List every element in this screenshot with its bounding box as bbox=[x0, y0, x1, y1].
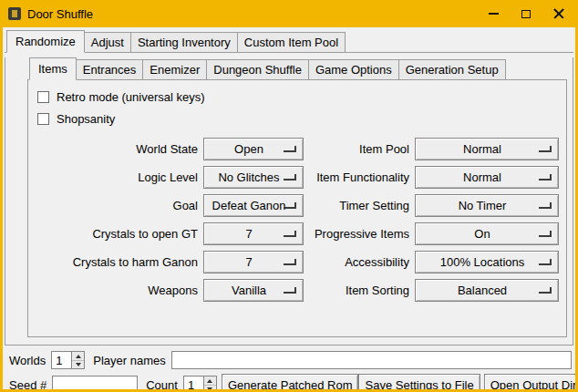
spin-up-button[interactable] bbox=[204, 377, 216, 385]
dropdown-indicator-icon bbox=[539, 287, 552, 294]
progressive-items-label: Progressive Items bbox=[309, 227, 409, 241]
worlds-row: Worlds Player names bbox=[9, 351, 572, 369]
save-settings-button[interactable]: Save Settings to File bbox=[358, 374, 480, 389]
spin-down-button[interactable] bbox=[72, 360, 84, 368]
item-pool-value: Normal bbox=[463, 142, 511, 156]
options-grid: World State Open Item Pool Normal Logic … bbox=[36, 135, 559, 304]
item-sorting-label: Item Sorting bbox=[309, 284, 409, 297]
retro-mode-label: Retro mode (universal keys) bbox=[57, 90, 205, 104]
tab-generation-setup[interactable]: Generation Setup bbox=[398, 59, 506, 79]
item-pool-label: Item Pool bbox=[309, 142, 409, 156]
spin-up-icon bbox=[76, 355, 81, 358]
dropdown-indicator-icon bbox=[539, 174, 552, 181]
crystals-ganon-value: 7 bbox=[245, 255, 261, 269]
tab-custom-item-pool[interactable]: Custom Item Pool bbox=[237, 32, 346, 52]
minimize-icon bbox=[489, 13, 499, 15]
progressive-items-dropdown[interactable]: On bbox=[415, 222, 559, 245]
worlds-spin-buttons bbox=[71, 352, 84, 368]
dropdown-indicator-icon bbox=[539, 231, 552, 237]
goal-dropdown[interactable]: Defeat Ganon bbox=[203, 194, 304, 217]
weapons-value: Vanilla bbox=[232, 284, 275, 297]
world-state-value: Open bbox=[234, 142, 273, 156]
item-pool-dropdown[interactable]: Normal bbox=[415, 138, 559, 160]
tab-enemizer[interactable]: Enemizer bbox=[142, 59, 207, 79]
maximize-icon bbox=[521, 10, 531, 18]
dropdown-indicator-icon bbox=[284, 287, 296, 294]
item-functionality-value: Normal bbox=[463, 170, 511, 184]
dropdown-indicator-icon bbox=[284, 146, 296, 152]
logic-level-value: No Glitches bbox=[218, 170, 288, 184]
seed-input[interactable] bbox=[52, 376, 138, 389]
maximize-button[interactable] bbox=[510, 0, 542, 27]
weapons-dropdown[interactable]: Vanilla bbox=[203, 279, 304, 302]
item-sorting-value: Balanced bbox=[458, 284, 516, 297]
tab-randomize[interactable]: Randomize bbox=[6, 30, 85, 53]
crystals-gt-value: 7 bbox=[245, 227, 261, 241]
randomize-tab-pane: Items Entrances Enemizer Dungeon Shuffle… bbox=[5, 57, 573, 346]
logic-level-dropdown[interactable]: No Glitches bbox=[203, 166, 304, 189]
weapons-label: Weapons bbox=[36, 284, 198, 297]
retro-mode-checkbox[interactable] bbox=[37, 91, 49, 103]
count-spin-buttons bbox=[203, 377, 216, 389]
dropdown-indicator-icon bbox=[284, 231, 296, 237]
logic-level-label: Logic Level bbox=[36, 170, 198, 184]
item-sorting-dropdown[interactable]: Balanced bbox=[415, 279, 559, 302]
worlds-spinner bbox=[51, 351, 85, 369]
seed-label: Seed # bbox=[9, 378, 46, 390]
timer-setting-label: Timer Setting bbox=[309, 199, 409, 212]
generate-patched-rom-button[interactable]: Generate Patched Rom bbox=[222, 374, 359, 389]
accessibility-dropdown[interactable]: 100% Locations bbox=[415, 251, 559, 273]
titlebar: Door Shuffle bbox=[3, 0, 575, 27]
item-functionality-dropdown[interactable]: Normal bbox=[415, 166, 559, 189]
player-names-input[interactable] bbox=[171, 351, 572, 369]
crystals-ganon-label: Crystals to harm Ganon bbox=[36, 255, 198, 269]
timer-setting-value: No Timer bbox=[459, 199, 516, 212]
window-controls bbox=[477, 0, 575, 27]
spin-up-button[interactable] bbox=[72, 352, 84, 360]
tab-starting-inventory[interactable]: Starting Inventory bbox=[130, 32, 238, 52]
close-button[interactable] bbox=[542, 0, 575, 27]
goal-value: Defeat Ganon bbox=[212, 199, 295, 212]
close-icon bbox=[553, 8, 564, 19]
worlds-label: Worlds bbox=[9, 354, 46, 367]
dropdown-indicator-icon bbox=[284, 259, 296, 265]
tab-adjust[interactable]: Adjust bbox=[84, 32, 131, 52]
dropdown-indicator-icon bbox=[539, 259, 552, 265]
dropdown-indicator-icon bbox=[539, 202, 552, 209]
dropdown-indicator-icon bbox=[539, 146, 552, 152]
app-icon bbox=[8, 7, 21, 20]
outer-tab-bar: Randomize Adjust Starting Inventory Cust… bbox=[5, 30, 573, 53]
spin-down-icon bbox=[76, 363, 81, 366]
spin-down-button[interactable] bbox=[204, 385, 216, 389]
shopsanity-row: Shopsanity bbox=[37, 108, 559, 129]
shopsanity-checkbox[interactable] bbox=[37, 113, 49, 125]
shopsanity-label: Shopsanity bbox=[57, 112, 115, 126]
minimize-button[interactable] bbox=[477, 0, 510, 27]
crystals-gt-label: Crystals to open GT bbox=[36, 227, 198, 241]
tab-game-options[interactable]: Game Options bbox=[308, 59, 399, 79]
dropdown-indicator-icon bbox=[284, 202, 296, 209]
count-label: Count bbox=[146, 378, 178, 390]
inner-notebook: Items Entrances Enemizer Dungeon Shuffle… bbox=[27, 57, 567, 337]
goal-label: Goal bbox=[36, 199, 198, 212]
spin-down-icon bbox=[207, 387, 212, 389]
player-names-label: Player names bbox=[93, 354, 165, 367]
worlds-input[interactable] bbox=[52, 352, 71, 368]
crystals-gt-dropdown[interactable]: 7 bbox=[203, 222, 304, 245]
open-output-directory-button[interactable]: Open Output Directory bbox=[484, 374, 575, 389]
accessibility-label: Accessibility bbox=[309, 255, 409, 269]
tab-items[interactable]: Items bbox=[29, 57, 77, 80]
item-functionality-label: Item Functionality bbox=[309, 170, 409, 184]
crystals-ganon-dropdown[interactable]: 7 bbox=[203, 251, 304, 273]
items-tab-pane: Retro mode (universal keys) Shopsanity W… bbox=[27, 80, 567, 337]
world-state-dropdown[interactable]: Open bbox=[203, 138, 304, 160]
timer-setting-dropdown[interactable]: No Timer bbox=[415, 194, 559, 217]
retro-mode-row: Retro mode (universal keys) bbox=[37, 86, 559, 108]
window: Door Shuffle Randomize Adjust Starting I… bbox=[0, 0, 578, 392]
tab-dungeon-shuffle[interactable]: Dungeon Shuffle bbox=[206, 59, 309, 79]
inner-tab-bar: Items Entrances Enemizer Dungeon Shuffle… bbox=[27, 57, 567, 80]
tab-entrances[interactable]: Entrances bbox=[76, 59, 144, 79]
world-state-label: World State bbox=[36, 142, 198, 156]
count-spinner bbox=[183, 376, 217, 389]
count-input[interactable] bbox=[184, 377, 203, 389]
